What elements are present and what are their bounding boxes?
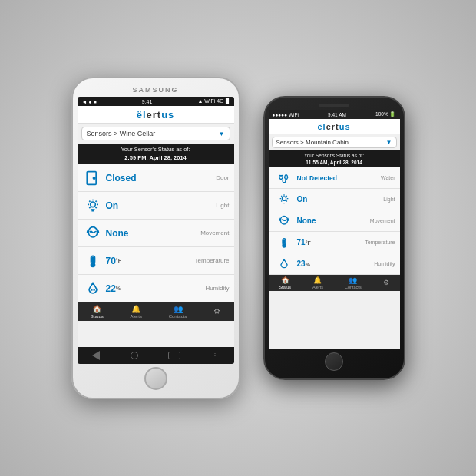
iphone: ●●●●● WiFi 9:41 AM 100% 🔋 ëlertus Sensor… <box>263 96 405 380</box>
iphone-status-left: ●●●●● WiFi <box>273 112 299 117</box>
app-bottom-nav-iphone: 🏠 Status 🔔 Alerts 👥 Contacts ⚙ <box>269 275 400 291</box>
temp-icon-android <box>82 253 104 269</box>
light-icon-iphone <box>273 193 295 206</box>
svg-line-9 <box>95 207 96 207</box>
status-label-iphone: Your Sensor's Status as of: <box>271 152 398 159</box>
android-status-bar: ◄ ● ■ 9:41 ▲ WiFi 4G ▊ <box>78 97 234 106</box>
temp-value-android: 70°F <box>104 256 195 266</box>
door-value: Closed <box>104 173 217 183</box>
status-header-iphone: Your Sensor's Status as of: 11:55 AM, Ap… <box>269 150 400 167</box>
android-physical-home[interactable] <box>144 367 167 390</box>
sensor-row-humidity-iphone: 23% Humidity <box>269 253 400 275</box>
temp-label-iphone: Temperature <box>365 240 395 245</box>
nav-contacts-icon-android: 👥 <box>174 305 183 313</box>
nav-alerts-icon-android: 🔔 <box>131 305 140 313</box>
motion-label-android: Movement <box>200 230 229 236</box>
iphone-status-right: 100% 🔋 <box>375 111 395 117</box>
door-icon <box>82 170 104 186</box>
nav-alerts-icon-iphone: 🔔 <box>313 276 322 284</box>
sensor-row-water: Not Detected Water <box>269 167 400 189</box>
nav-alerts-android[interactable]: 🔔 Alerts <box>131 305 142 319</box>
android-screen: ëlertus Sensors > Wine Cellar ▼ Your Sen… <box>78 106 234 347</box>
android-back-btn[interactable] <box>92 351 100 360</box>
nav-contacts-label-android: Contacts <box>169 314 187 319</box>
status-header-android: Your Sensor's Status as of: 2:59 PM, Apr… <box>78 144 234 164</box>
water-label: Water <box>381 175 395 180</box>
nav-status-label-iphone: Status <box>279 285 291 289</box>
app-header-android: ëlertus <box>78 106 234 124</box>
humidity-value-android: 22% <box>104 283 206 294</box>
temp-value-iphone: 71°F <box>295 238 365 246</box>
nav-contacts-android[interactable]: 👥 Contacts <box>169 305 187 319</box>
humidity-icon-android <box>82 281 104 296</box>
app-logo-iphone: ëlertus <box>273 122 395 131</box>
svg-point-1 <box>93 177 95 179</box>
light-value-iphone: On <box>295 195 384 203</box>
app-logo-android: ëlertus <box>82 109 230 121</box>
sensor-path-android: Sensors > Wine Cellar <box>87 130 156 137</box>
sensor-dropdown-android[interactable]: Sensors > Wine Cellar ▼ <box>81 127 230 140</box>
motion-label-iphone: Movement <box>370 218 395 223</box>
svg-point-29 <box>283 244 286 247</box>
sensor-row-door: Closed Door <box>78 164 234 192</box>
dropdown-arrow-android: ▼ <box>219 131 225 137</box>
door-label: Door <box>216 174 229 181</box>
app-bottom-nav-android: 🏠 Status 🔔 Alerts 👥 Contacts ⚙ <box>78 302 234 321</box>
android-brand-label: SAMSUNG <box>132 86 178 94</box>
humidity-label-iphone: Humidity <box>374 261 395 266</box>
motion-icon-android <box>82 226 104 241</box>
iphone-speaker <box>319 104 349 107</box>
android-bottom-bar: ⋮ <box>78 347 234 364</box>
temp-icon-iphone <box>273 236 295 249</box>
water-value: Not Detected <box>295 174 382 182</box>
motion-value-android: None <box>104 228 201 239</box>
nav-status-icon-android: 🏠 <box>92 305 101 313</box>
iphone-status-time: 9:41 AM <box>328 112 346 117</box>
humidity-label-android: Humidity <box>205 285 229 292</box>
sensor-row-light-iphone: On Light <box>269 189 400 210</box>
iphone-status-bar: ●●●●● WiFi 9:41 AM 100% 🔋 <box>269 110 400 119</box>
status-time-iphone: 11:55 AM, April 28, 2014 <box>271 159 398 166</box>
sensor-dropdown-iphone[interactable]: Sensors > Mountain Cabin ▼ <box>272 137 397 148</box>
iphone-screen: ëlertus Sensors > Mountain Cabin ▼ Your … <box>269 119 400 349</box>
svg-point-3 <box>90 202 95 207</box>
nav-status-android[interactable]: 🏠 Status <box>91 305 104 319</box>
svg-point-16 <box>91 263 94 266</box>
nav-contacts-icon-iphone: 👥 <box>349 276 357 284</box>
app-header-iphone: ëlertus <box>269 119 400 134</box>
nav-contacts-iphone[interactable]: 👥 Contacts <box>345 276 362 289</box>
nav-status-icon-iphone: 🏠 <box>281 276 289 284</box>
nav-status-iphone[interactable]: 🏠 Status <box>279 276 291 289</box>
iphone-home-btn[interactable] <box>325 352 343 371</box>
status-time-android: 2:59 PM, April 28, 2014 <box>81 154 231 163</box>
svg-line-11 <box>95 200 96 201</box>
nav-settings-iphone[interactable]: ⚙ <box>383 279 389 287</box>
svg-line-23 <box>281 196 282 197</box>
humidity-value-iphone: 23% <box>295 259 375 268</box>
temp-label-android: Temperature <box>195 257 230 264</box>
sensor-row-motion: None Movement <box>78 220 234 247</box>
nav-alerts-label-iphone: Alerts <box>312 285 323 289</box>
sensor-row-temp-iphone: 71°F Temperature <box>269 232 400 253</box>
nav-alerts-iphone[interactable]: 🔔 Alerts <box>312 276 323 289</box>
android-menu-dots[interactable]: ⋮ <box>211 352 219 360</box>
scene: SAMSUNG ◄ ● ■ 9:41 ▲ WiFi 4G ▊ ëlertus S… <box>0 0 476 476</box>
dropdown-arrow-iphone: ▼ <box>386 139 392 146</box>
nav-alerts-label-android: Alerts <box>131 314 142 319</box>
motion-icon-iphone <box>273 215 295 227</box>
android-home-btn[interactable] <box>131 352 138 359</box>
nav-settings-android[interactable]: ⚙ <box>213 307 220 316</box>
light-icon <box>82 198 104 213</box>
light-label-android: Light <box>216 202 229 209</box>
svg-line-24 <box>286 200 286 201</box>
nav-status-label-android: Status <box>91 314 104 319</box>
nav-contacts-label-iphone: Contacts <box>345 285 362 289</box>
svg-point-18 <box>282 197 286 200</box>
svg-line-10 <box>89 207 90 207</box>
android-status-right: ▲ WiFi 4G ▊ <box>197 98 229 104</box>
nav-settings-icon-android: ⚙ <box>213 307 220 316</box>
svg-line-8 <box>89 200 90 201</box>
svg-rect-17 <box>91 257 94 263</box>
android-recent-btn[interactable] <box>168 352 180 359</box>
status-label-android: Your Sensor's Status as of: <box>81 146 231 154</box>
